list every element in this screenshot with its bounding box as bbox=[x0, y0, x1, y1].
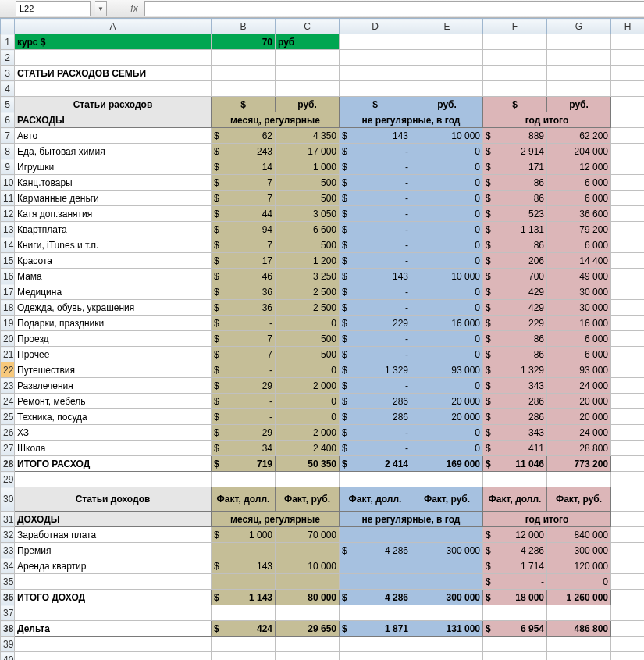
cell[interactable]: Игрушки bbox=[15, 159, 212, 175]
cell[interactable]: СТАТЬИ РАСХОДОВ СЕМЬИ bbox=[15, 66, 212, 81]
cell[interactable]: 0 bbox=[411, 378, 483, 394]
cell[interactable]: $719 bbox=[212, 456, 276, 472]
cell[interactable]: 0 bbox=[411, 253, 483, 269]
cell[interactable]: $86 bbox=[483, 175, 547, 191]
cell[interactable]: $36 bbox=[212, 300, 276, 316]
cell[interactable]: $411 bbox=[483, 441, 547, 456]
cell[interactable]: $ bbox=[212, 97, 276, 112]
cell[interactable]: 0 bbox=[411, 425, 483, 441]
cell[interactable]: 17 000 bbox=[276, 144, 340, 159]
cell[interactable]: Факт, долл. bbox=[340, 487, 411, 512]
table-row[interactable]: 23Развлечения$292 000$-0$34324 000 bbox=[1, 378, 645, 394]
cell[interactable] bbox=[340, 574, 411, 590]
table-row[interactable]: 13Квартплата$946 600$-0$1 13179 200 bbox=[1, 222, 645, 237]
column-headers[interactable]: A B C D E F G H bbox=[1, 19, 645, 34]
cell[interactable]: 6 000 bbox=[547, 237, 611, 253]
cell[interactable]: 486 800 bbox=[547, 621, 611, 637]
cell[interactable]: 49 000 bbox=[547, 269, 611, 284]
cell[interactable]: 0 bbox=[547, 574, 611, 590]
select-all-corner[interactable] bbox=[1, 19, 15, 34]
cell[interactable]: $86 bbox=[483, 347, 547, 362]
cell[interactable]: $- bbox=[483, 574, 547, 590]
cell[interactable]: $889 bbox=[483, 128, 547, 144]
cell[interactable]: $7 bbox=[212, 331, 276, 347]
cell[interactable]: $- bbox=[340, 159, 411, 175]
cell[interactable]: $- bbox=[212, 394, 276, 409]
cell[interactable]: $44 bbox=[212, 206, 276, 222]
cell[interactable]: $- bbox=[212, 362, 276, 378]
cell[interactable]: Карманные деньги bbox=[15, 191, 212, 206]
cell[interactable]: $- bbox=[212, 316, 276, 331]
cell[interactable]: Премия bbox=[15, 543, 212, 558]
cell[interactable]: $1 871 bbox=[340, 621, 411, 637]
cell[interactable]: 1 000 bbox=[276, 159, 340, 175]
cell[interactable]: 0 bbox=[411, 206, 483, 222]
cell[interactable] bbox=[411, 527, 483, 543]
cell[interactable]: Одежда, обувь, украшения bbox=[15, 300, 212, 316]
cell[interactable]: 204 000 bbox=[547, 144, 611, 159]
cell[interactable]: $4 286 bbox=[340, 543, 411, 558]
cell[interactable]: 24 000 bbox=[547, 378, 611, 394]
cell[interactable]: 500 bbox=[276, 331, 340, 347]
cell[interactable]: 0 bbox=[411, 347, 483, 362]
cell[interactable]: $86 bbox=[483, 331, 547, 347]
cell[interactable]: 0 bbox=[411, 331, 483, 347]
cell[interactable]: год итого bbox=[483, 112, 611, 128]
cell[interactable]: Проезд bbox=[15, 331, 212, 347]
cell[interactable]: 0 bbox=[276, 409, 340, 425]
cell[interactable]: 0 bbox=[411, 144, 483, 159]
cell[interactable]: $- bbox=[340, 222, 411, 237]
cell[interactable] bbox=[276, 543, 340, 558]
cell[interactable]: Книги, iTunes и т.п. bbox=[15, 237, 212, 253]
cell[interactable]: Мама bbox=[15, 269, 212, 284]
cell[interactable]: Школа bbox=[15, 441, 212, 456]
cell[interactable]: 0 bbox=[411, 300, 483, 316]
cell[interactable]: $1 714 bbox=[483, 558, 547, 574]
cell[interactable]: Канц.товары bbox=[15, 175, 212, 191]
cell[interactable]: $343 bbox=[483, 425, 547, 441]
cell[interactable]: 20 000 bbox=[411, 409, 483, 425]
cell[interactable]: $- bbox=[340, 191, 411, 206]
cell[interactable]: Факт, руб. bbox=[411, 487, 483, 512]
cell[interactable]: $429 bbox=[483, 300, 547, 316]
table-row[interactable]: 15Красота$171 200$-0$20614 400 bbox=[1, 253, 645, 269]
formula-input[interactable] bbox=[144, 1, 644, 16]
table-row[interactable]: 8Еда, бытовая химия$24317 000$-0$2 91420… bbox=[1, 144, 645, 159]
cell[interactable]: 20 000 bbox=[547, 409, 611, 425]
cell[interactable]: $- bbox=[340, 347, 411, 362]
cell[interactable]: $94 bbox=[212, 222, 276, 237]
cell[interactable]: месяц, регулярные bbox=[212, 512, 340, 527]
cell[interactable]: Заработная плата bbox=[15, 527, 212, 543]
name-box[interactable]: L22 bbox=[16, 1, 91, 16]
cell[interactable]: 500 bbox=[276, 347, 340, 362]
cell[interactable]: $1 329 bbox=[483, 362, 547, 378]
cell[interactable]: $7 bbox=[212, 191, 276, 206]
cell[interactable]: руб. bbox=[276, 97, 340, 112]
cell[interactable]: 70 000 bbox=[276, 527, 340, 543]
cell[interactable]: $62 bbox=[212, 128, 276, 144]
cell[interactable]: Факт, долл. bbox=[483, 487, 547, 512]
cell[interactable]: 4 350 bbox=[276, 128, 340, 144]
cell[interactable]: Квартплата bbox=[15, 222, 212, 237]
cell[interactable]: $ bbox=[483, 97, 547, 112]
cell[interactable]: 6 000 bbox=[547, 331, 611, 347]
cell[interactable]: $286 bbox=[340, 394, 411, 409]
table-row[interactable]: 20Проезд$7500$-0$866 000 bbox=[1, 331, 645, 347]
cell[interactable]: 840 000 bbox=[547, 527, 611, 543]
cell[interactable]: $11 046 bbox=[483, 456, 547, 472]
table-row[interactable]: 22Путешествия$-0$1 32993 000$1 32993 000 bbox=[1, 362, 645, 378]
cell[interactable]: Ремонт, мебель bbox=[15, 394, 212, 409]
cell[interactable]: $424 bbox=[212, 621, 276, 637]
cell[interactable]: год итого bbox=[483, 512, 611, 527]
cell[interactable]: 29 650 bbox=[276, 621, 340, 637]
cell[interactable]: Еда, бытовая химия bbox=[15, 144, 212, 159]
cell[interactable]: $286 bbox=[483, 409, 547, 425]
table-row[interactable]: 9Игрушки$141 000$-0$17112 000 bbox=[1, 159, 645, 175]
cell[interactable]: $34 bbox=[212, 441, 276, 456]
cell[interactable]: $18 000 bbox=[483, 590, 547, 605]
cell[interactable]: $243 bbox=[212, 144, 276, 159]
table-row[interactable]: 17Медицина$362 500$-0$42930 000 bbox=[1, 284, 645, 300]
cell[interactable]: 28 800 bbox=[547, 441, 611, 456]
cell[interactable]: Техника, посуда bbox=[15, 409, 212, 425]
cell[interactable]: Статьи доходов bbox=[15, 487, 212, 512]
